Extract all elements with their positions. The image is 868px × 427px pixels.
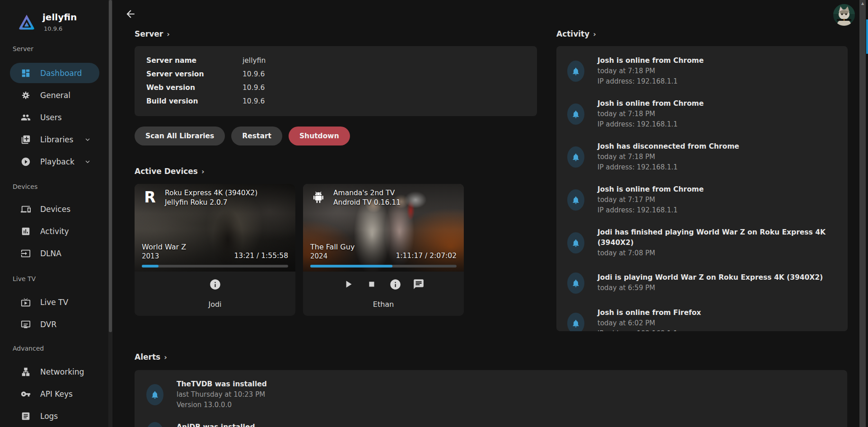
sidebar-item-live-tv[interactable]: Live TV: [10, 293, 99, 311]
window-scrollbar[interactable]: ▲: [859, 0, 866, 427]
sidebar-item-api-keys[interactable]: API Keys: [10, 385, 99, 403]
message-icon: [413, 278, 425, 290]
sidebar-item-label: Logs: [40, 412, 58, 421]
android-icon: [309, 188, 327, 206]
activity-heading[interactable]: Activity›: [556, 29, 596, 38]
nav-section-server: Server: [13, 45, 33, 52]
jellyfin-logo-icon: [17, 12, 36, 32]
send-message-button[interactable]: [412, 278, 425, 291]
playback-progress-bar: [310, 265, 457, 267]
sidebar-scrollbar-thumb[interactable]: [109, 0, 112, 332]
alerts-heading[interactable]: Alerts›: [135, 352, 167, 361]
cat-avatar-image: [833, 4, 855, 26]
playback-icon: [21, 157, 31, 167]
sidebar-item-label: Devices: [40, 205, 70, 214]
users-icon: [21, 113, 31, 122]
stop-button[interactable]: [365, 278, 378, 291]
activity-item: Josh is online from Firefox today at 6:0…: [567, 308, 837, 331]
activity-item: Josh is online from Chrome today at 7:17…: [567, 184, 837, 216]
activity-item: Jodi has finished playing World War Z on…: [567, 227, 837, 258]
info-icon: [209, 278, 221, 291]
devices-icon: [21, 204, 31, 214]
activity-item: Jodi is playing World War Z on Roku Expr…: [567, 272, 837, 294]
sidebar-item-playback[interactable]: Playback: [10, 153, 99, 171]
active-devices-heading[interactable]: Active Devices›: [135, 167, 205, 176]
server-info-row: Server name jellyfin: [135, 54, 537, 67]
logs-icon: [21, 411, 31, 421]
bell-icon: [571, 196, 580, 205]
info-icon: [389, 278, 401, 291]
back-button[interactable]: [123, 6, 138, 22]
sidebar-item-general[interactable]: General: [10, 86, 99, 104]
restart-button[interactable]: Restart: [231, 127, 282, 145]
server-actions: Scan All Libraries Restart Shutdown: [135, 127, 350, 145]
sidebar-scrollbar[interactable]: [108, 0, 112, 427]
session-user: Jodi: [135, 300, 295, 309]
play-button[interactable]: [342, 278, 355, 291]
heading-chevron-icon: ›: [167, 30, 170, 38]
chevron-down-icon: [84, 158, 91, 165]
sidebar-item-dlna[interactable]: DLNA: [10, 244, 99, 263]
playback-progress-fill: [142, 265, 159, 267]
playback-time: 13:21 / 1:55:58: [234, 252, 289, 260]
server-info-row: Web version 10.9.6: [135, 81, 537, 94]
bell-icon: [571, 319, 580, 328]
content-scrollbar-thumb[interactable]: [866, 19, 868, 54]
client-version: Jellyfin Roku 2.0.7: [165, 198, 257, 207]
media-title: The Fall Guy: [310, 242, 355, 252]
sidebar: jellyfin 10.9.6 Server Dashboard General…: [0, 0, 108, 427]
session-info-button[interactable]: [389, 278, 401, 291]
media-year: 2013: [142, 252, 186, 261]
dlna-icon: [21, 249, 31, 258]
playback-time: 1:11:17 / 2:07:02: [396, 252, 457, 260]
media-year: 2024: [310, 252, 355, 261]
nav-section-advanced: Advanced: [13, 345, 44, 352]
sidebar-item-users[interactable]: Users: [10, 108, 99, 127]
sidebar-item-libraries[interactable]: Libraries: [10, 131, 99, 149]
sidebar-item-dashboard[interactable]: Dashboard: [10, 63, 99, 83]
heading-chevron-icon: ›: [593, 30, 596, 38]
session-info-button[interactable]: [209, 278, 221, 291]
sidebar-item-label: API Keys: [40, 389, 73, 399]
activity-item: Josh has disconnected from Chrome today …: [567, 141, 837, 173]
libraries-icon: [21, 135, 31, 145]
alerts-card: TheTVDB was installed last Thursday at 1…: [135, 370, 847, 427]
device-card-android-tv[interactable]: Amanda's 2nd TV Android TV 0.16.11 The F…: [303, 184, 464, 316]
sidebar-item-devices[interactable]: Devices: [10, 200, 99, 218]
arrow-back-icon: [125, 8, 136, 20]
jellyfin-dashboard: jellyfin 10.9.6 Server Dashboard General…: [0, 0, 868, 427]
bell-icon: [571, 67, 580, 76]
user-avatar[interactable]: [833, 4, 855, 26]
sidebar-item-label: Networking: [40, 367, 84, 376]
now-playing-backdrop: R Roku Express 4K (3940X2) Jellyfin Roku…: [135, 184, 295, 272]
app-name: jellyfin: [42, 13, 77, 22]
playback-progress-fill: [310, 265, 392, 267]
scroll-up-arrow-icon[interactable]: ▲: [859, 1, 866, 5]
sidebar-item-logs[interactable]: Logs: [10, 407, 99, 425]
nav-section-devices: Devices: [13, 183, 37, 190]
bell-icon: [571, 110, 580, 119]
server-section-heading[interactable]: Server›: [135, 29, 170, 38]
shutdown-button[interactable]: Shutdown: [289, 127, 350, 145]
device-card-roku[interactable]: R Roku Express 4K (3940X2) Jellyfin Roku…: [135, 184, 295, 316]
roku-icon: R: [141, 188, 159, 206]
sidebar-item-label: DVR: [40, 320, 56, 329]
sidebar-item-label: Users: [40, 113, 62, 122]
nav-section-live-tv: Live TV: [13, 275, 36, 282]
sidebar-item-dvr[interactable]: DVR: [10, 315, 99, 333]
server-info-row: Build version 10.9.6: [135, 94, 537, 108]
playback-progress-bar: [142, 265, 288, 267]
session-user: Ethan: [303, 300, 464, 309]
networking-icon: [21, 367, 31, 377]
sidebar-item-networking[interactable]: Networking: [10, 363, 99, 381]
media-title: World War Z: [142, 242, 186, 252]
stop-icon: [367, 279, 377, 289]
sidebar-item-activity[interactable]: Activity: [10, 222, 99, 240]
activity-item: Josh is online from Chrome today at 7:18…: [567, 99, 837, 130]
scan-all-libraries-button[interactable]: Scan All Libraries: [135, 127, 225, 145]
play-icon: [342, 278, 354, 290]
sidebar-item-label: Libraries: [40, 135, 73, 144]
activity-item: Josh is online from Chrome today at 7:18…: [567, 56, 837, 87]
sidebar-item-label: General: [40, 91, 70, 100]
bell-icon: [571, 239, 580, 248]
